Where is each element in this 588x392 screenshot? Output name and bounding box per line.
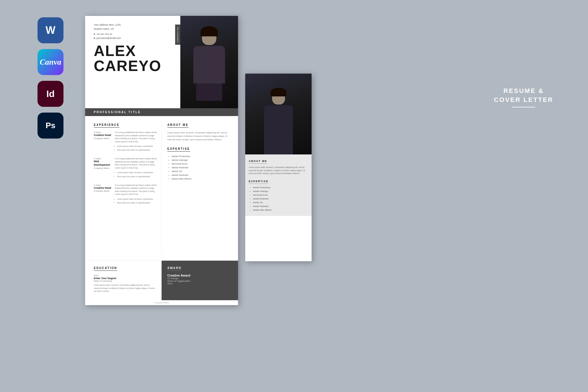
about-text: Lorem ipsum dolor sit amet, consectetur … (167, 131, 232, 141)
page2-expertise-title: EXPERTISE (249, 180, 269, 184)
header-photo (180, 16, 238, 108)
exp-years-2: 3 Years (94, 157, 113, 160)
last-name: CAREYO (94, 58, 173, 73)
resume-body: EXPERIENCE 3 Years Creative Head Company… (85, 116, 238, 260)
resume-label-text: RESUME & COVER LETTER (494, 87, 553, 104)
app-icons-panel: W Canva Id Ps (38, 17, 63, 139)
bullet-3-2: Duis aute irure dolor in reprehenderit (117, 201, 157, 204)
exp-right-2: It is a long established fact that a rea… (115, 157, 157, 178)
resume-label: RESUME & COVER LETTER (494, 87, 553, 110)
expertise-item-4: Adobe Illustrator (172, 166, 232, 169)
canva-icon[interactable]: Canva (38, 49, 63, 75)
exp-role-3: Creative Head (94, 186, 113, 190)
contact-us-label: CONTACT US (177, 27, 179, 42)
bullet-3-1: Lorem ipsum dolor sit amet, consectetur (117, 197, 157, 201)
award-year: 2016 (167, 282, 232, 285)
expertise-item-2: Adobe Indesign (172, 159, 232, 161)
photo-background (180, 16, 238, 108)
page2-exp-4: Adobe Illustrator (253, 197, 308, 200)
edu-year-1: 2012 (94, 274, 157, 277)
email: E. yourname@email.com (94, 36, 173, 40)
exp-right-1: It is a long established fact that a rea… (115, 131, 157, 152)
page2-exp-2: Adobe Indesign (253, 190, 308, 193)
expertise-section-title: EXPERTISE (167, 147, 190, 152)
resume-wrapper: Your address here, 1234, location name, … (85, 16, 312, 305)
company-footer: Company Name (85, 300, 238, 305)
exp-years-3: 3 Years (94, 184, 113, 186)
bullet-1-2: Duis aute irure dolor in reprehenderit (117, 148, 157, 152)
experience-column: EXPERIENCE 3 Years Creative Head Company… (85, 122, 162, 255)
contact-info: Your address here, 1234, location name, … (94, 23, 173, 40)
exp-desc-3: It is a long established fact that a rea… (115, 184, 157, 196)
edu-desc-1: Lorem ipsum dolor sit amet, consectetur … (94, 284, 157, 293)
exp-years-1: 3 Years (94, 131, 113, 134)
bullet-2-2: Duis aute irure dolor in reprehenderit (117, 175, 157, 178)
resume-header: Your address here, 1234, location name, … (85, 16, 238, 108)
page2-about-section: ABOUT ME Lorem ipsum dolor sit amet, con… (245, 154, 312, 216)
education-section: EDUCATION 2012 Enter Your Degree Name of… (85, 261, 162, 300)
page2-expertise-list: Adobe Photoshop Adobe Indesign Microsoft… (249, 186, 308, 211)
word-icon[interactable]: W (38, 17, 63, 43)
about-section-title: ABOUT ME (167, 123, 188, 128)
photoshop-icon[interactable]: Ps (38, 113, 63, 139)
exp-left-3: 3 Years Creative Head Company Name (94, 184, 113, 205)
expertise-list: Adobe Photoshop Adobe Indesign Microsoft… (167, 155, 232, 180)
award-section: AWARD Creative Award UX Design Name of O… (162, 261, 238, 300)
name-block: ALEX CAREYO (94, 43, 173, 73)
page2-exp-6: Adobe Illustrator (253, 205, 308, 208)
resume-page-main: Your address here, 1234, location name, … (85, 16, 238, 305)
canva-icon-label: Canva (40, 57, 61, 67)
bullet-1-1: Lorem ipsum dolor sit amet, consectetur (117, 145, 157, 148)
professional-title-bar: PROFESSIONAL TITLE (85, 108, 238, 116)
indesign-icon[interactable]: Id (38, 81, 63, 107)
experience-section-title: EXPERIENCE (94, 123, 119, 128)
header-left: Your address here, 1234, location name, … (85, 16, 180, 108)
page2-exp-7: Adobe After Effects (253, 209, 308, 211)
exp-left-1: 3 Years Creative Head Company Name (94, 131, 113, 152)
exp-company-2: Company Name (94, 167, 113, 169)
professional-title-text: PROFESSIONAL TITLE (94, 111, 141, 114)
award-section-title: AWARD (167, 266, 182, 271)
education-section-title: EDUCATION (94, 266, 117, 271)
expertise-item-7: Adobe After Effects (172, 178, 232, 180)
award-type: UX Design (167, 277, 232, 280)
exp-bullets-1: Lorem ipsum dolor sit amet, consectetur … (115, 145, 157, 152)
experience-item-3: 3 Years Creative Head Company Name It is… (94, 184, 157, 205)
exp-bullets-2: Lorem ipsum dolor sit amet, consectetur … (115, 171, 157, 178)
edu-degree-1: Enter Your Degree (94, 277, 157, 280)
expertise-item-1: Adobe Photoshop (172, 155, 232, 158)
edu-school-1: Name of University (94, 280, 157, 282)
resume-footer: EDUCATION 2012 Enter Your Degree Name of… (85, 260, 238, 300)
award-org: Name of Orgganzation (167, 280, 232, 282)
contact-us-tab: CONTACT US (175, 25, 180, 45)
award-title: Creative Award (167, 274, 232, 277)
indesign-icon-label: Id (46, 89, 55, 99)
resume-page-cover: ABOUT ME Lorem ipsum dolor sit amet, con… (245, 74, 312, 261)
page2-exp-5: Adobe XD (253, 201, 308, 204)
bullet-2-1: Lorem ipsum dolor sit amet, consectetur (117, 171, 157, 174)
page2-about-title: ABOUT ME (249, 160, 267, 164)
exp-role-2: Web Development (94, 160, 113, 167)
experience-item-2: 3 Years Web Development Company Name It … (94, 157, 157, 178)
page2-exp-3: Microsoft Excel (253, 194, 308, 196)
exp-bullets-3: Lorem ipsum dolor sit amet, consectetur … (115, 197, 157, 204)
expertise-item-5: Adobe XD (172, 170, 232, 173)
experience-item-1: 3 Years Creative Head Company Name It is… (94, 131, 157, 152)
expertise-item-6: Adobe Illustrator (172, 174, 232, 176)
phone: P. +00 987 654 00 (94, 33, 173, 36)
education-item-1: 2012 Enter Your Degree Name of Universit… (94, 274, 157, 293)
exp-role-1: Creative Head (94, 134, 113, 137)
exp-desc-1: It is a long established fact that a rea… (115, 131, 157, 143)
exp-company-1: Company Name (94, 137, 113, 140)
about-column: ABOUT ME Lorem ipsum dolor sit amet, con… (162, 122, 238, 255)
first-name: ALEX (94, 43, 173, 58)
page2-photo (245, 74, 312, 154)
exp-desc-2: It is a long established fact that a rea… (115, 157, 157, 169)
exp-right-3: It is a long established fact that a rea… (115, 184, 157, 205)
address: Your address here, 1234, location name, … (94, 23, 173, 31)
page2-exp-1: Adobe Photoshop (253, 186, 308, 189)
exp-left-2: 3 Years Web Development Company Name (94, 157, 113, 178)
exp-company-3: Company Name (94, 190, 113, 192)
word-icon-label: W (46, 24, 55, 36)
page2-about-text: Lorem ipsum dolor sit amet, consectetur … (249, 166, 308, 175)
